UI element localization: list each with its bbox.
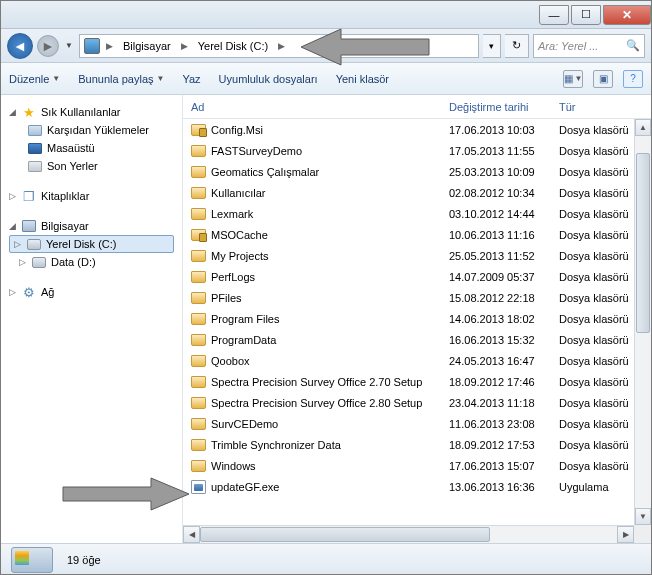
file-name: updateGF.exe bbox=[211, 481, 449, 493]
scroll-right-button[interactable]: ▶ bbox=[617, 526, 634, 543]
file-row[interactable]: Config.Msi17.06.2013 10:03Dosya klasörü bbox=[183, 119, 651, 140]
file-name: Windows bbox=[211, 460, 449, 472]
help-button[interactable]: ? bbox=[623, 70, 643, 88]
folder-icon bbox=[191, 460, 206, 472]
view-options-button[interactable]: ▦▼ bbox=[563, 70, 583, 88]
minimize-button[interactable]: — bbox=[539, 5, 569, 25]
breadcrumb-computer[interactable]: Bilgisayar bbox=[119, 38, 175, 54]
scroll-up-button[interactable]: ▲ bbox=[635, 119, 651, 136]
tree-network[interactable]: ▷⚙ Ağ bbox=[1, 283, 182, 301]
tree-desktop[interactable]: Masaüstü bbox=[1, 139, 182, 157]
file-row[interactable]: FASTSurveyDemo17.05.2013 11:55Dosya klas… bbox=[183, 140, 651, 161]
back-button[interactable]: ◄ bbox=[7, 33, 33, 59]
file-date: 14.06.2013 18:02 bbox=[449, 313, 559, 325]
tree-downloads[interactable]: Karşıdan Yüklemeler bbox=[1, 121, 182, 139]
file-name: ProgramData bbox=[211, 334, 449, 346]
file-row[interactable]: PerfLogs14.07.2009 05:37Dosya klasörü bbox=[183, 266, 651, 287]
folder-icon bbox=[191, 145, 206, 157]
tree-computer[interactable]: ◢ Bilgisayar bbox=[1, 217, 182, 235]
drive-icon bbox=[32, 257, 46, 268]
col-header-date[interactable]: Değiştirme tarihi bbox=[449, 101, 559, 113]
navbar: ◄ ► ▼ ▶ Bilgisayar ▶ Yerel Disk (C:) ▶ ▾… bbox=[1, 29, 651, 63]
tree-drive-c[interactable]: ▷ Yerel Disk (C:) bbox=[9, 235, 174, 253]
chevron-right-icon[interactable]: ▶ bbox=[104, 41, 115, 51]
folder-icon bbox=[191, 292, 206, 304]
file-row[interactable]: Geomatics Çalışmalar25.03.2013 10:09Dosy… bbox=[183, 161, 651, 182]
file-name: Spectra Precision Survey Office 2.70 Set… bbox=[211, 376, 449, 388]
vertical-scrollbar[interactable]: ▲ ▼ bbox=[634, 119, 651, 525]
file-name: FASTSurveyDemo bbox=[211, 145, 449, 157]
file-date: 13.06.2013 16:36 bbox=[449, 481, 559, 493]
chevron-right-icon[interactable]: ▶ bbox=[179, 41, 190, 51]
refresh-button[interactable]: ↻ bbox=[505, 34, 529, 58]
compat-files-button[interactable]: Uyumluluk dosyaları bbox=[219, 73, 318, 85]
share-menu[interactable]: Bununla paylaş▼ bbox=[78, 73, 164, 85]
file-name: PFiles bbox=[211, 292, 449, 304]
organize-menu[interactable]: Düzenle▼ bbox=[9, 73, 60, 85]
file-row[interactable]: Program Files14.06.2013 18:02Dosya klasö… bbox=[183, 308, 651, 329]
titlebar: — ☐ ✕ bbox=[1, 1, 651, 29]
folder-icon bbox=[191, 166, 206, 178]
col-header-name[interactable]: Ad bbox=[191, 101, 449, 113]
file-row[interactable]: Lexmark03.10.2012 14:44Dosya klasörü bbox=[183, 203, 651, 224]
new-folder-button[interactable]: Yeni klasör bbox=[336, 73, 389, 85]
file-date: 18.09.2012 17:46 bbox=[449, 376, 559, 388]
folder-icon bbox=[191, 187, 206, 199]
address-bar[interactable]: ▶ Bilgisayar ▶ Yerel Disk (C:) ▶ bbox=[79, 34, 479, 58]
file-row[interactable]: My Projects25.05.2013 11:52Dosya klasörü bbox=[183, 245, 651, 266]
folder-icon bbox=[191, 418, 206, 430]
search-placeholder: Ara: Yerel ... bbox=[538, 40, 598, 52]
horizontal-scrollbar[interactable]: ◀ ▶ bbox=[183, 525, 634, 543]
file-name: Qoobox bbox=[211, 355, 449, 367]
preview-pane-button[interactable]: ▣ bbox=[593, 70, 613, 88]
file-row[interactable]: MSOCache10.06.2013 11:16Dosya klasörü bbox=[183, 224, 651, 245]
scroll-thumb[interactable] bbox=[636, 153, 650, 333]
file-row[interactable]: SurvCEDemo11.06.2013 23:08Dosya klasörü bbox=[183, 413, 651, 434]
address-dropdown[interactable]: ▾ bbox=[483, 34, 501, 58]
search-input[interactable]: Ara: Yerel ... 🔍 bbox=[533, 34, 645, 58]
file-name: Lexmark bbox=[211, 208, 449, 220]
scroll-thumb[interactable] bbox=[200, 527, 490, 542]
toolbar: Düzenle▼ Bununla paylaş▼ Yaz Uyumluluk d… bbox=[1, 63, 651, 95]
file-name: Geomatics Çalışmalar bbox=[211, 166, 449, 178]
file-name: Kullanıcılar bbox=[211, 187, 449, 199]
item-count: 19 öğe bbox=[67, 554, 101, 566]
file-row[interactable]: Spectra Precision Survey Office 2.80 Set… bbox=[183, 392, 651, 413]
tree-libraries[interactable]: ▷❐ Kitaplıklar bbox=[1, 187, 182, 205]
file-row[interactable]: Trimble Synchronizer Data18.09.2012 17:5… bbox=[183, 434, 651, 455]
application-icon bbox=[191, 480, 206, 494]
file-name: My Projects bbox=[211, 250, 449, 262]
search-icon[interactable]: 🔍 bbox=[626, 39, 640, 52]
tree-favorites[interactable]: ◢★ Sık Kullanılanlar bbox=[1, 103, 182, 121]
file-date: 25.05.2013 11:52 bbox=[449, 250, 559, 262]
file-date: 15.08.2012 22:18 bbox=[449, 292, 559, 304]
file-row[interactable]: ProgramData16.06.2013 15:32Dosya klasörü bbox=[183, 329, 651, 350]
file-list: Ad Değiştirme tarihi Tür Config.Msi17.06… bbox=[183, 95, 651, 543]
history-dropdown[interactable]: ▼ bbox=[63, 41, 75, 50]
close-button[interactable]: ✕ bbox=[603, 5, 651, 25]
scroll-down-button[interactable]: ▼ bbox=[635, 508, 651, 525]
file-row[interactable]: updateGF.exe13.06.2013 16:36Uygulama bbox=[183, 476, 651, 497]
file-row[interactable]: Kullanıcılar02.08.2012 10:34Dosya klasör… bbox=[183, 182, 651, 203]
file-row[interactable]: Spectra Precision Survey Office 2.70 Set… bbox=[183, 371, 651, 392]
burn-button[interactable]: Yaz bbox=[182, 73, 200, 85]
status-bar: 19 öğe bbox=[1, 543, 651, 575]
file-row[interactable]: Windows17.06.2013 15:07Dosya klasörü bbox=[183, 455, 651, 476]
maximize-button[interactable]: ☐ bbox=[571, 5, 601, 25]
col-header-type[interactable]: Tür bbox=[559, 101, 651, 113]
forward-button[interactable]: ► bbox=[37, 35, 59, 57]
file-row[interactable]: Qoobox24.05.2013 16:47Dosya klasörü bbox=[183, 350, 651, 371]
drive-icon bbox=[27, 239, 41, 250]
tree-drive-d[interactable]: ▷ Data (D:) bbox=[1, 253, 182, 271]
file-date: 11.06.2013 23:08 bbox=[449, 418, 559, 430]
file-row[interactable]: PFiles15.08.2012 22:18Dosya klasörü bbox=[183, 287, 651, 308]
column-headers: Ad Değiştirme tarihi Tür bbox=[183, 95, 651, 119]
desktop-icon bbox=[28, 143, 42, 154]
folder-icon bbox=[191, 313, 206, 325]
file-name: Spectra Precision Survey Office 2.80 Set… bbox=[211, 397, 449, 409]
scroll-left-button[interactable]: ◀ bbox=[183, 526, 200, 543]
breadcrumb-drive-c[interactable]: Yerel Disk (C:) bbox=[194, 38, 273, 54]
tree-recent[interactable]: Son Yerler bbox=[1, 157, 182, 175]
folder-icon bbox=[191, 397, 206, 409]
chevron-right-icon[interactable]: ▶ bbox=[276, 41, 287, 51]
